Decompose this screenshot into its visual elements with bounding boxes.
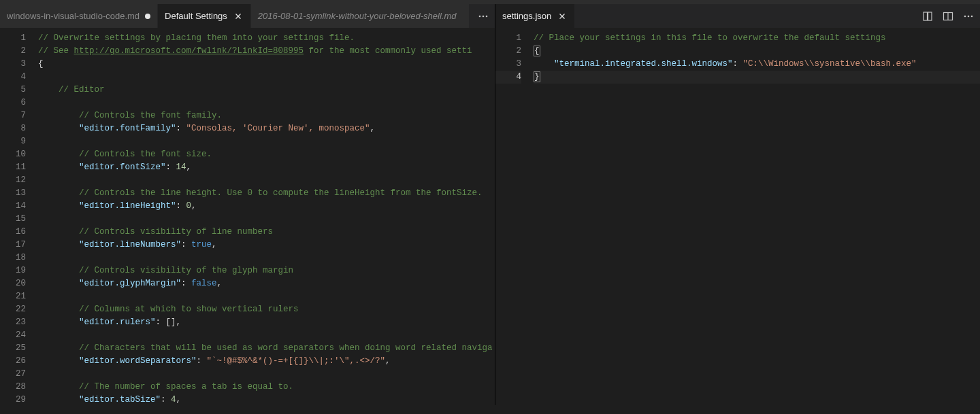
more-actions-icon[interactable] — [476, 9, 491, 24]
code-line[interactable]: "editor.fontFamily": "Consolas, 'Courier… — [38, 122, 495, 135]
code-area-right[interactable]: // Place your settings in this file to o… — [534, 28, 980, 405]
code-token: , — [186, 162, 192, 172]
line-numbers-right: 1234 — [495, 28, 534, 405]
code-token: // Controls the line height. Use 0 to co… — [79, 188, 483, 198]
code-token: // See — [38, 46, 74, 56]
code-line[interactable]: // The number of spaces a tab is equal t… — [38, 381, 495, 394]
code-token: : [] — [156, 317, 176, 327]
line-number: 21 — [0, 290, 26, 303]
line-number: 17 — [0, 239, 26, 252]
code-token: // Place your settings in this file to o… — [534, 33, 886, 43]
close-icon[interactable] — [233, 11, 244, 22]
code-line[interactable] — [38, 71, 495, 84]
line-number: 23 — [0, 316, 26, 329]
line-number: 19 — [0, 264, 26, 277]
line-number: 3 — [495, 58, 521, 71]
compare-changes-icon[interactable] — [920, 9, 935, 24]
code-line[interactable]: // Controls the line height. Use 0 to co… — [38, 187, 495, 200]
brace-token: { — [534, 46, 540, 56]
svg-rect-7 — [924, 12, 928, 20]
editor-left[interactable]: 1234567891011121314151617181920212223242… — [0, 28, 495, 405]
code-token: : — [197, 356, 207, 366]
line-number: 27 — [0, 368, 26, 381]
code-token: 4 — [171, 395, 176, 404]
line-number: 14 — [0, 200, 26, 213]
code-token: // Controls the font family. — [79, 111, 222, 120]
code-area-left[interactable]: // Overwrite settings by placing them in… — [38, 28, 495, 405]
code-token: // Controls the font size. — [79, 150, 212, 159]
line-numbers-left: 1234567891011121314151617181920212223242… — [0, 28, 38, 405]
line-number: 10 — [0, 148, 26, 161]
line-number: 18 — [0, 252, 26, 264]
tab-2016-08-01-symlink-without-your-beloved-shell-md[interactable]: 2016-08-01-symlink-without-your-beloved-… — [251, 4, 470, 28]
code-token: // Editor — [59, 85, 105, 94]
code-line[interactable]: // See http://go.microsoft.com/fwlink/?L… — [38, 45, 495, 58]
code-token: , — [176, 317, 182, 327]
code-token: false — [191, 279, 217, 288]
tab-bar-right: settings.json — [495, 4, 980, 28]
svg-point-11 — [964, 15, 966, 17]
code-token: "Consolas, 'Courier New', monospace" — [186, 124, 370, 133]
code-line[interactable]: // Place your settings in this file to o… — [534, 32, 980, 45]
tab-actions-left — [476, 4, 491, 28]
code-token: , — [370, 124, 376, 133]
code-line[interactable]: "editor.fontSize": 14, — [38, 161, 495, 174]
code-line[interactable] — [38, 252, 495, 264]
code-line[interactable]: "editor.wordSeparators": "`~!@#$%^&*()-=… — [38, 355, 495, 368]
svg-point-4 — [486, 15, 488, 17]
code-line[interactable] — [38, 368, 495, 381]
code-line[interactable]: // Controls the font size. — [38, 148, 495, 161]
code-line[interactable]: { — [38, 58, 495, 71]
code-token: // Controls visibility of the glyph marg… — [79, 266, 293, 275]
tab-windows-in-visual-studio-code-md[interactable]: windows-in-visual-studio-code.md — [0, 4, 158, 28]
code-line[interactable]: // Columns at which to show vertical rul… — [38, 303, 495, 316]
editor-right[interactable]: 1234 // Place your settings in this file… — [495, 28, 980, 405]
line-number: 25 — [0, 342, 26, 355]
code-token: : — [176, 124, 186, 133]
code-line[interactable]: // Editor — [38, 84, 495, 97]
tab-default-settings[interactable]: Default Settings — [158, 4, 251, 28]
split-editor-icon[interactable] — [941, 9, 956, 24]
code-line[interactable]: // Controls visibility of the glyph marg… — [38, 264, 495, 277]
line-number: 2 — [0, 45, 26, 58]
code-line[interactable]: "editor.lineHeight": 0, — [38, 200, 495, 213]
more-actions-icon[interactable] — [961, 9, 976, 24]
code-line[interactable] — [38, 97, 495, 109]
svg-point-2 — [479, 15, 481, 17]
code-line[interactable] — [38, 213, 495, 226]
code-line[interactable] — [38, 329, 495, 342]
line-number: 22 — [0, 303, 26, 316]
close-icon[interactable] — [557, 11, 568, 22]
code-token: "C:\\Windows\\sysnative\\bash.exe" — [743, 59, 917, 69]
tab-label: 2016-08-01-symlink-without-your-beloved-… — [258, 11, 457, 21]
svg-rect-8 — [928, 12, 932, 20]
code-token: , — [191, 201, 197, 211]
code-line[interactable] — [38, 174, 495, 187]
line-number: 16 — [0, 226, 26, 239]
code-line[interactable]: "editor.rulers": [], — [38, 316, 495, 329]
code-line[interactable]: { — [534, 45, 980, 58]
code-line[interactable]: // Overwrite settings by placing them in… — [38, 32, 495, 45]
code-token: "`~!@#$%^&*()-=+[{]}\\|;:'\",.<>/?" — [207, 356, 386, 366]
code-line[interactable]: "editor.glyphMargin": false, — [38, 277, 495, 290]
code-line[interactable]: "terminal.integrated.shell.windows": "C:… — [534, 58, 980, 71]
code-line[interactable]: } — [534, 71, 980, 84]
code-line[interactable]: // Characters that will be used as word … — [38, 342, 495, 355]
code-token: "editor.fontSize" — [79, 162, 166, 172]
code-token: { — [38, 59, 44, 69]
code-token: "editor.rulers" — [79, 317, 156, 327]
line-number: 12 — [0, 174, 26, 187]
code-token: // Characters that will be used as word … — [79, 343, 493, 353]
code-line[interactable]: "editor.tabSize": 4, — [38, 394, 495, 405]
tab-label: settings.json — [502, 11, 551, 21]
code-token: "terminal.integrated.shell.windows" — [554, 59, 733, 69]
code-line[interactable]: "editor.lineNumbers": true, — [38, 239, 495, 252]
code-line[interactable] — [38, 135, 495, 148]
line-number: 8 — [0, 122, 26, 135]
code-line[interactable] — [38, 290, 495, 303]
code-line[interactable]: // Controls the font family. — [38, 109, 495, 122]
tab-actions-right — [920, 4, 976, 28]
line-number: 7 — [0, 109, 26, 122]
code-line[interactable]: // Controls visibility of line numbers — [38, 226, 495, 239]
tab-settings-json[interactable]: settings.json — [495, 4, 575, 28]
